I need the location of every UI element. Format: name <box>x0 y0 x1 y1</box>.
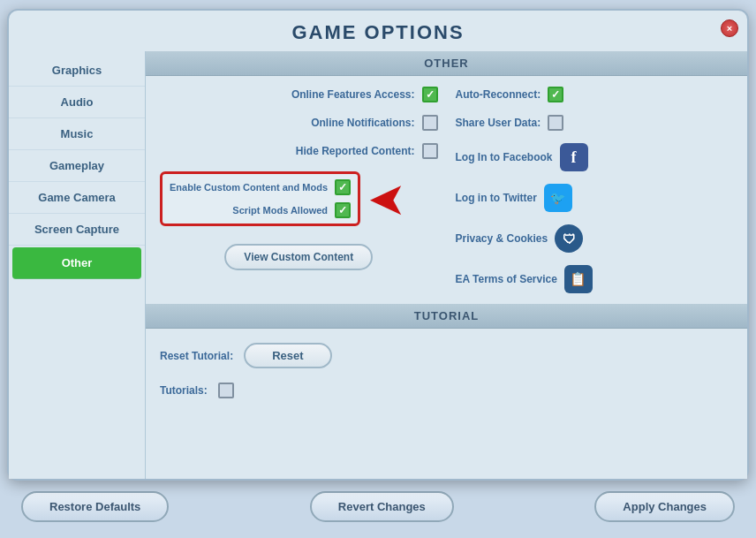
sidebar: Graphics Audio Music Gameplay Game Camer… <box>9 51 146 479</box>
script-mods-checkbox[interactable] <box>335 202 351 218</box>
auto-reconnect-label: Auto-Reconnect: <box>456 88 541 101</box>
twitter-button[interactable]: 🐦 <box>544 184 572 212</box>
red-arrow-icon: ➤ <box>367 176 406 222</box>
sidebar-item-other[interactable]: Other <box>12 247 141 279</box>
left-col: Online Features Access: Online Notificat… <box>160 87 438 293</box>
bottom-bar: Restore Defaults Revert Changes Apply Ch… <box>7 484 749 529</box>
reset-tutorial-button[interactable]: Reset <box>244 343 331 368</box>
enable-custom-row: Enable Custom Content and Mods <box>170 179 351 195</box>
enable-custom-checkbox[interactable] <box>335 179 351 195</box>
revert-changes-button[interactable]: Revert Changes <box>310 491 454 522</box>
sidebar-item-game-camera[interactable]: Game Camera <box>9 182 145 214</box>
twitter-label: Log in to Twitter <box>456 192 537 204</box>
twitter-row: Log in to Twitter 🐦 <box>456 184 734 212</box>
highlight-area: Enable Custom Content and Mods Script Mo… <box>160 171 438 226</box>
tutorials-checkbox[interactable] <box>218 383 234 398</box>
tos-button[interactable]: 📋 <box>564 265 593 293</box>
game-options-window: Game Options × Graphics Audio Music Game… <box>7 9 749 481</box>
sidebar-item-music[interactable]: Music <box>9 118 145 150</box>
hide-reported-label: Hide Reported Content: <box>296 145 415 157</box>
close-button[interactable]: × <box>721 19 738 37</box>
title-bar: Game Options × <box>9 11 747 51</box>
facebook-label: Log In to Facebook <box>456 151 553 163</box>
privacy-row: Privacy & Cookies 🛡 <box>456 224 734 253</box>
script-mods-row: Script Mods Allowed <box>170 202 351 218</box>
online-features-label: Online Features Access: <box>291 88 415 101</box>
share-user-data-label: Share User Data: <box>456 117 541 129</box>
online-features-row: Online Features Access: <box>160 87 438 102</box>
other-section-body: Online Features Access: Online Notificat… <box>146 76 747 304</box>
main-content: Graphics Audio Music Gameplay Game Camer… <box>9 51 747 479</box>
hide-reported-row: Hide Reported Content: <box>160 143 438 159</box>
tos-row: EA Terms of Service 📋 <box>456 265 734 293</box>
facebook-button[interactable]: f <box>560 143 588 171</box>
privacy-button[interactable]: 🛡 <box>555 224 583 253</box>
online-notifications-row: Online Notifications: <box>160 115 438 131</box>
enable-custom-label: Enable Custom Content and Mods <box>170 182 328 193</box>
apply-changes-button[interactable]: Apply Changes <box>594 491 735 522</box>
view-custom-container: View Custom Content <box>160 239 438 270</box>
tutorial-body: Reset Tutorial: Reset Tutorials: <box>146 329 747 413</box>
script-mods-label: Script Mods Allowed <box>232 205 328 216</box>
sidebar-item-audio[interactable]: Audio <box>9 87 145 118</box>
content-area: Other Online Features Access: Online Not… <box>146 51 747 479</box>
tutorials-row: Tutorials: <box>160 383 733 398</box>
privacy-label: Privacy & Cookies <box>456 232 548 245</box>
view-custom-content-button[interactable]: View Custom Content <box>224 244 373 270</box>
reset-tutorial-label: Reset Tutorial: <box>160 350 233 362</box>
facebook-row: Log In to Facebook f <box>456 143 734 171</box>
sidebar-item-gameplay[interactable]: Gameplay <box>9 150 145 182</box>
right-col: Auto-Reconnect: Share User Data: Log In … <box>456 87 734 293</box>
tutorial-section-header: Tutorial <box>146 304 747 329</box>
auto-reconnect-checkbox[interactable] <box>548 87 563 102</box>
share-user-data-checkbox[interactable] <box>548 115 563 131</box>
share-user-data-row: Share User Data: <box>456 115 734 131</box>
restore-defaults-button[interactable]: Restore Defaults <box>21 491 169 522</box>
hide-reported-checkbox[interactable] <box>422 143 438 159</box>
sidebar-item-graphics[interactable]: Graphics <box>9 55 145 87</box>
auto-reconnect-row: Auto-Reconnect: <box>456 87 734 102</box>
reset-tutorial-row: Reset Tutorial: Reset <box>160 343 733 368</box>
online-features-checkbox[interactable] <box>422 87 438 102</box>
custom-content-highlight: Enable Custom Content and Mods Script Mo… <box>160 171 360 226</box>
sidebar-item-screen-capture[interactable]: Screen Capture <box>9 214 145 246</box>
window-title: Game Options <box>9 21 747 44</box>
online-notifications-checkbox[interactable] <box>422 115 438 131</box>
online-notifications-label: Online Notifications: <box>311 117 414 129</box>
tos-label: EA Terms of Service <box>456 273 557 285</box>
tutorials-label: Tutorials: <box>160 384 208 397</box>
other-section-header: Other <box>146 51 747 76</box>
